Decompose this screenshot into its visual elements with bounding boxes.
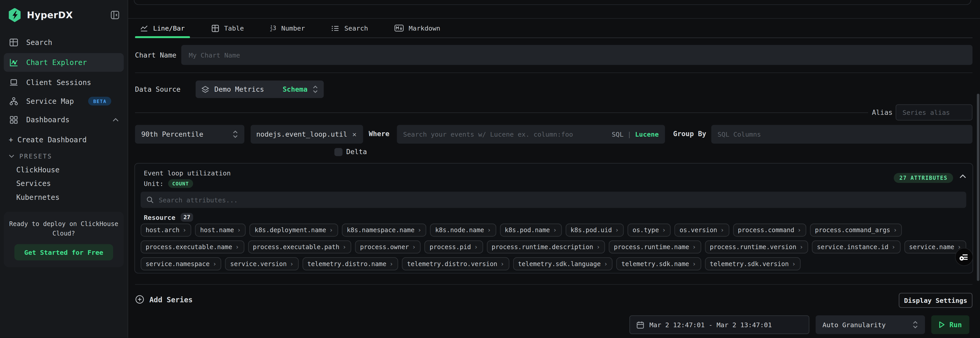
- attribute-chip[interactable]: process.command_args›: [810, 224, 902, 236]
- run-button[interactable]: Run: [931, 316, 969, 334]
- attribute-chip[interactable]: os.type›: [628, 224, 671, 236]
- sidebar-item-service-map[interactable]: Service Map BETA: [0, 92, 127, 110]
- number-123-icon: 123: [270, 25, 276, 32]
- sidebar-item-dashboards[interactable]: Dashboards: [0, 110, 127, 129]
- attribute-chip[interactable]: k8s.deployment.name›: [250, 224, 338, 236]
- granularity-select[interactable]: Auto Granularity: [816, 316, 925, 334]
- attribute-chip-label: process.runtime.version: [710, 243, 797, 251]
- where-search-input[interactable]: [403, 130, 608, 138]
- chevron-right-icon: ›: [792, 260, 795, 267]
- preset-item-kubernetes[interactable]: Kubernetes: [0, 190, 127, 204]
- attribute-chip-label: k8s.pod.uid: [571, 227, 612, 233]
- preset-item-clickhouse[interactable]: ClickHouse: [0, 163, 127, 177]
- attribute-chip[interactable]: os.version›: [675, 224, 729, 236]
- attribute-search-shell: [141, 192, 966, 208]
- chevron-right-icon: ›: [720, 227, 724, 233]
- schema-link[interactable]: Schema: [283, 85, 307, 94]
- attribute-chip[interactable]: process.executable.path›: [248, 240, 351, 254]
- attribute-chip[interactable]: telemetry.sdk.version›: [705, 257, 800, 270]
- chart-explorer-icon: [9, 58, 18, 67]
- attribute-chip[interactable]: host.name›: [195, 224, 246, 236]
- close-icon[interactable]: ✕: [352, 130, 356, 138]
- attribute-chip-label: service.instance.id: [817, 243, 888, 251]
- feedback-widget-button[interactable]: [955, 248, 973, 266]
- attribute-chip[interactable]: process.command›: [733, 224, 806, 236]
- tab-table[interactable]: Table: [206, 19, 249, 38]
- data-source-select[interactable]: Demo Metrics Schema: [196, 81, 324, 98]
- attribute-chip-row: host.arch›host.name›k8s.deployment.name›…: [141, 224, 966, 236]
- attribute-search-input[interactable]: [159, 196, 961, 203]
- attribute-chip[interactable]: telemetry.sdk.name›: [616, 257, 701, 270]
- attribute-chip[interactable]: process.pid›: [425, 240, 483, 254]
- attribute-chip-label: service.name: [909, 243, 954, 251]
- sidebar-item-chart-explorer[interactable]: Chart Explorer: [4, 53, 124, 72]
- chevron-up-icon[interactable]: [959, 174, 966, 178]
- list-search-icon: [331, 24, 339, 32]
- cloud-card-text: Ready to deploy on ClickHouse Cloud?: [8, 219, 119, 238]
- plus-circle-icon: [135, 295, 144, 304]
- attribute-chip-label: telemetry.sdk.version: [710, 260, 789, 267]
- attribute-chip-label: process.runtime.description: [492, 243, 593, 251]
- attribute-chip[interactable]: process.runtime.description›: [487, 240, 605, 254]
- preset-item-label: Services: [16, 179, 51, 188]
- presets-header-label: PRESETS: [19, 152, 52, 160]
- group-by-input[interactable]: [718, 130, 966, 138]
- sidebar-item-search[interactable]: Search: [0, 33, 127, 52]
- attribute-chip[interactable]: k8s.node.name›: [430, 224, 496, 236]
- chevron-right-icon: ›: [290, 260, 294, 267]
- time-range-picker[interactable]: Mar 2 12:47:01 - Mar 2 13:47:01: [629, 316, 809, 334]
- attribute-chip[interactable]: process.runtime.name›: [609, 240, 701, 254]
- presets-header[interactable]: PRESETS: [0, 149, 127, 163]
- alias-input[interactable]: [903, 109, 966, 116]
- sidebar-collapse-icon[interactable]: [111, 11, 119, 19]
- brand-row: HyperDX: [0, 0, 127, 30]
- attribute-chip-label: process.pid: [430, 243, 471, 251]
- delta-checkbox[interactable]: [334, 148, 343, 156]
- lucene-option[interactable]: Lucene: [635, 130, 659, 138]
- resource-count-badge: 27: [180, 213, 194, 222]
- where-input-shell: SQL | Lucene: [397, 125, 665, 144]
- attribute-chip[interactable]: telemetry.distro.version›: [402, 257, 509, 270]
- attribute-chip[interactable]: service.version›: [225, 257, 299, 270]
- vertical-scrollbar[interactable]: [977, 94, 980, 281]
- preset-item-services[interactable]: Services: [0, 177, 127, 190]
- attribute-chip[interactable]: service.instance.id›: [812, 240, 900, 254]
- attribute-chip-row: service.namespace›service.version›teleme…: [141, 257, 966, 270]
- display-settings-button[interactable]: Display Settings: [899, 293, 972, 308]
- tab-number[interactable]: 123 Number: [265, 19, 310, 38]
- sidebar-item-label: Dashboards: [26, 116, 69, 124]
- main-content: Line/Bar Table 123 Number: [128, 0, 980, 338]
- attribute-chip[interactable]: telemetry.sdk.language›: [513, 257, 612, 270]
- sidebar-item-client-sessions[interactable]: Client Sessions: [0, 73, 127, 92]
- chevron-right-icon: ›: [487, 227, 491, 233]
- chevron-right-icon: ›: [553, 227, 557, 233]
- tab-search[interactable]: Search: [326, 19, 373, 38]
- chevron-right-icon: ›: [797, 227, 801, 233]
- attribute-chip[interactable]: telemetry.distro.name›: [302, 257, 398, 270]
- tab-line-bar[interactable]: Line/Bar: [135, 19, 190, 38]
- attribute-chip[interactable]: k8s.pod.name›: [500, 224, 562, 236]
- get-started-button[interactable]: Get Started for Free: [14, 244, 113, 260]
- tab-markdown[interactable]: Markdown: [389, 19, 445, 38]
- attribute-chip[interactable]: process.executable.name›: [141, 240, 244, 254]
- attribute-chip-label: telemetry.sdk.name: [621, 260, 689, 267]
- query-language-toggle[interactable]: SQL | Lucene: [612, 130, 659, 138]
- unit-value-badge: COUNT: [168, 179, 193, 188]
- chevron-right-icon: ›: [235, 243, 239, 251]
- attribute-chip[interactable]: process.owner›: [355, 240, 421, 254]
- chart-name-input[interactable]: [189, 51, 965, 59]
- chart-name-row: Chart Name: [128, 45, 980, 65]
- attribute-chip[interactable]: k8s.namespace.name›: [342, 224, 426, 236]
- metric-field-chip[interactable]: nodejs.event_loop.util ✕: [251, 125, 363, 144]
- preset-item-label: ClickHouse: [16, 165, 59, 174]
- add-series-button[interactable]: Add Series: [135, 295, 192, 304]
- attribute-chip[interactable]: process.runtime.version›: [705, 240, 808, 254]
- preset-item-label: Kubernetes: [16, 193, 59, 202]
- sql-option[interactable]: SQL: [612, 130, 624, 138]
- tab-label: Table: [224, 24, 244, 32]
- attribute-chip[interactable]: k8s.pod.uid›: [566, 224, 624, 236]
- attribute-chip[interactable]: service.namespace›: [141, 257, 222, 270]
- aggregation-select[interactable]: 90th Percentile: [135, 125, 244, 144]
- attribute-chip[interactable]: host.arch›: [141, 224, 191, 236]
- create-dashboard-button[interactable]: + Create Dashboard: [0, 133, 127, 147]
